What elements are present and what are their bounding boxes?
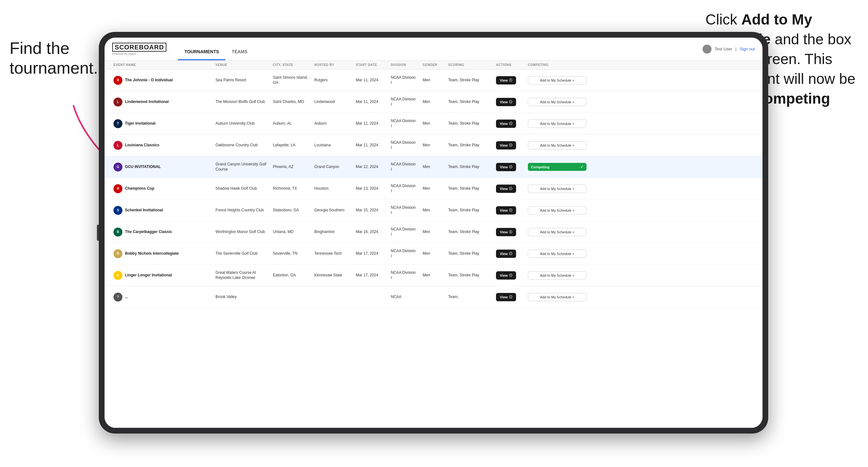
view-button[interactable]: View ⓘ [496, 250, 516, 258]
add-schedule-button[interactable]: Add to My Schedule + [528, 228, 587, 236]
gender-cell: Men [420, 162, 446, 172]
actions-cell: View ⓘ [493, 139, 525, 151]
venue-cell: The Sevierville Golf Club [213, 249, 270, 258]
view-button[interactable]: View ⓘ [496, 163, 516, 171]
view-button[interactable]: View ⓘ [496, 271, 516, 280]
team-logo: L [114, 97, 122, 106]
venue-cell: Auburn University Club [213, 119, 270, 128]
add-schedule-button[interactable]: Add to My Schedule + [528, 98, 587, 106]
competing-cell: Add to My Schedule + [525, 74, 589, 86]
city-state-cell [270, 295, 312, 299]
start-date-cell: Mar 17, 2024 [353, 271, 388, 280]
logo-area: SCOREBOARD Powered by clippd [112, 43, 166, 56]
scoring-cell: Team, Stroke Play [446, 184, 493, 193]
venue-cell: Forest Heights Country Club [213, 206, 270, 215]
hosted-by-cell: Grand Canyon [312, 162, 353, 172]
competing-cell: Add to My Schedule + [525, 118, 589, 130]
scoring-cell: Team, Stroke Play [446, 206, 493, 215]
venue-cell: Worthington Manor Golf Club [213, 227, 270, 237]
venue-cell: Oakbourne Country Club [213, 141, 270, 150]
division-cell: NCAA Division I [388, 160, 420, 174]
event-title: Schenkel Invitational [125, 208, 163, 213]
event-name-cell: G GCU INVITATIONAL [111, 161, 213, 174]
nav-tabs: TOURNAMENTS TEAMS [178, 38, 254, 60]
competing-cell: Add to My Schedule + [525, 96, 589, 108]
event-title: The Carpetbagger Classic [125, 229, 172, 235]
table-row: B The Carpetbagger Classic Worthington M… [104, 221, 763, 243]
city-state-cell: Saint Simons Island, GA [270, 73, 312, 87]
gender-cell [420, 295, 446, 299]
table-row: B Bobby Nichols Intercollegiate The Sevi… [104, 243, 763, 264]
event-name-cell: L Lindenwood Invitational [111, 96, 213, 108]
venue-cell: Sea Palms Resort [213, 76, 270, 85]
event-title: Lindenwood Invitational [125, 99, 168, 104]
add-schedule-button[interactable]: Add to My Schedule + [528, 271, 587, 280]
actions-cell: View ⓘ [493, 118, 525, 130]
view-button[interactable]: View ⓘ [496, 98, 516, 106]
view-button[interactable]: View ⓘ [496, 206, 516, 215]
table-row: H Champions Cup Shadow Hawk Golf Club Ri… [104, 178, 763, 199]
event-title: Louisiana Classics [125, 143, 159, 148]
add-schedule-button[interactable]: Add to My Schedule + [528, 76, 587, 85]
team-logo: K [114, 271, 122, 280]
table-row: ? ... Brook Valley NCAA Team, View ⓘ Add… [104, 286, 763, 308]
start-date-cell: Mar 12, 2024 [353, 162, 388, 172]
gender-cell: Men [420, 206, 446, 215]
nav-divider: | [735, 46, 736, 51]
add-schedule-button[interactable]: Add to My Schedule + [528, 293, 587, 301]
event-name-cell: B The Carpetbagger Classic [111, 226, 213, 239]
tab-tournaments[interactable]: TOURNAMENTS [178, 38, 225, 60]
col-actions: ACTIONS [493, 61, 525, 69]
venue-cell: Grand Canyon University Golf Course [213, 160, 270, 174]
nav-right: Test User | Sign out [703, 44, 755, 54]
event-name-cell: R The Johnnie - O Individual [111, 74, 213, 87]
user-name: Test User [715, 46, 732, 51]
col-scoring: SCORING [446, 61, 493, 69]
scoring-cell: Team, Stroke Play [446, 141, 493, 150]
competing-cell: Add to My Schedule + [525, 248, 589, 260]
table-row: L Lindenwood Invitational The Missouri B… [104, 91, 763, 113]
venue-cell: Great Waters Course At Reynolds Lake Oco… [213, 269, 270, 282]
view-button[interactable]: View ⓘ [496, 228, 516, 236]
actions-cell: View ⓘ [493, 183, 525, 195]
col-hosted-by: HOSTED BY [312, 61, 353, 69]
add-schedule-button[interactable]: Add to My Schedule + [528, 185, 587, 193]
city-state-cell: Sevierville, TN [270, 249, 312, 258]
add-schedule-button[interactable]: Add to My Schedule + [528, 206, 587, 215]
add-schedule-button[interactable]: Add to My Schedule + [528, 120, 587, 128]
hosted-by-cell [312, 295, 353, 299]
event-name-cell: S Schenkel Invitational [111, 204, 213, 217]
start-date-cell [353, 295, 388, 299]
competing-button[interactable]: Competing✓ [528, 163, 587, 171]
competing-cell: Add to My Schedule + [525, 204, 589, 216]
scoring-cell: Team, Stroke Play [446, 162, 493, 172]
tab-teams[interactable]: TEAMS [225, 38, 254, 60]
actions-cell: View ⓘ [493, 226, 525, 238]
view-button[interactable]: View ⓘ [496, 76, 516, 85]
hosted-by-cell: Georgia Southern [312, 206, 353, 215]
start-date-cell: Mar 17, 2024 [353, 249, 388, 258]
actions-cell: View ⓘ [493, 96, 525, 108]
competing-cell: Add to My Schedule + [525, 291, 589, 303]
event-title: Linger Longer Invitational [125, 273, 172, 278]
scoring-cell: Team, Stroke Play [446, 76, 493, 85]
view-button[interactable]: View ⓘ [496, 120, 516, 128]
hosted-by-cell: Rutgers [312, 76, 353, 85]
add-schedule-button[interactable]: Add to My Schedule + [528, 250, 587, 258]
division-cell: NCAA Division I [388, 95, 420, 109]
view-button[interactable]: View ⓘ [496, 185, 516, 193]
actions-cell: View ⓘ [493, 248, 525, 260]
actions-cell: View ⓘ [493, 74, 525, 86]
actions-cell: View ⓘ [493, 204, 525, 216]
division-cell: NCAA Division I [388, 117, 420, 130]
view-button[interactable]: View ⓘ [496, 293, 516, 301]
event-title: Bobby Nichols Intercollegiate [125, 251, 179, 256]
table-row: T Tiger Invitational Auburn University C… [104, 113, 763, 134]
view-button[interactable]: View ⓘ [496, 141, 516, 150]
gender-cell: Men [420, 249, 446, 258]
event-name-cell: B Bobby Nichols Intercollegiate [111, 247, 213, 260]
add-schedule-button[interactable]: Add to My Schedule + [528, 141, 587, 150]
annotation-left: Find the tournament. [9, 38, 99, 78]
scoring-cell: Team, Stroke Play [446, 249, 493, 258]
sign-out-link[interactable]: Sign out [740, 46, 755, 51]
